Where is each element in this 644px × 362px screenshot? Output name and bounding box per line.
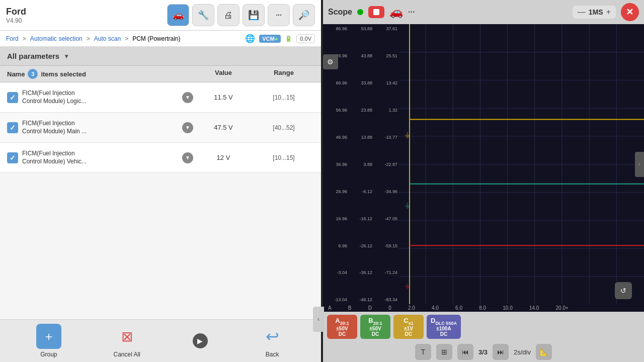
header-name-label: Name xyxy=(7,70,25,78)
ch-c-label: Cx1 xyxy=(404,317,413,326)
scope-mid-axis: 53.88 43.88 33.88 23.88 13.88 3.88 -6.12… xyxy=(348,24,373,304)
scope-time-control: — 1MS + xyxy=(573,6,616,19)
collapse-panel-btn[interactable]: ‹ xyxy=(313,307,324,332)
playback-bar: T ⊞ ⏮ 3/3 ⏭ 2s/div 📐 xyxy=(323,342,644,362)
bottom-bar: ＋ Group ⊠ Cancel All ▶ ↩ Back xyxy=(0,319,321,362)
header-range: Range xyxy=(254,69,314,79)
row-name-3: ✓ FICM(Fuel InjectionControl Module) Veh… xyxy=(7,150,193,165)
save-icon-btn[interactable]: 💾 xyxy=(243,4,265,26)
channel-b-btn[interactable]: B20:1 ±50V DC xyxy=(360,315,390,339)
skip-back-btn[interactable]: ⏮ xyxy=(457,344,473,360)
ch-c-range: ±1V xyxy=(404,326,413,331)
row-text-3: FICM(Fuel InjectionControl Module) Vehic… xyxy=(22,150,178,165)
row-range-2: [40...52] xyxy=(254,124,314,131)
collapse-right-icon: › xyxy=(638,161,640,167)
row-value-3: 12 V xyxy=(193,154,254,161)
channel-bar: A20:1 ±50V DC B20:1 ±50V DC Cx1 ±1V DC D… xyxy=(323,312,644,342)
expand-btn-3[interactable]: ▼ xyxy=(182,152,193,163)
skip-back-icon: ⏮ xyxy=(462,348,469,356)
checkbox-1[interactable]: ✓ xyxy=(7,92,18,103)
cancel-all-button[interactable]: ⊠ Cancel All xyxy=(113,324,140,358)
header-value: Value xyxy=(193,69,254,79)
time-plus-btn[interactable]: + xyxy=(606,8,611,17)
table-header: Name 3 items selected Value Range xyxy=(0,66,321,82)
record-icon xyxy=(373,9,379,15)
ch-b-range: ±50V xyxy=(369,326,381,331)
table-row: ✓ FICM(Fuel InjectionControl Module) Mai… xyxy=(0,113,321,143)
checkbox-3[interactable]: ✓ xyxy=(7,152,18,163)
scope-reset-btn[interactable]: ↺ xyxy=(615,282,632,299)
selected-count-badge: 3 xyxy=(28,69,38,79)
skip-fwd-icon: ⏭ xyxy=(497,348,504,356)
voltage-badge: 0.0V xyxy=(296,34,315,43)
top-icons: 🚗 🔧 🖨 💾 ··· 🔎 xyxy=(167,4,315,26)
scope-chart-area: ⚙ 86.96 76.96 66.96 56.96 46.96 36.96 26… xyxy=(323,24,644,304)
ford-version: V4.90 xyxy=(6,17,26,24)
expand-btn-1[interactable]: ▼ xyxy=(182,92,193,103)
back-icon: ↩ xyxy=(260,324,285,349)
group-label: Group xyxy=(40,351,57,358)
row-name-2: ✓ FICM(Fuel InjectionControl Module) Mai… xyxy=(7,120,193,135)
car-icon-btn[interactable]: 🚗 xyxy=(167,4,189,26)
close-button[interactable]: ✕ xyxy=(621,3,639,21)
selected-text: items selected xyxy=(41,70,86,78)
row-range-1: [10...15] xyxy=(254,94,314,101)
print-icon-btn[interactable]: 🖨 xyxy=(217,4,239,26)
svg-text:⏚: ⏚ xyxy=(405,281,410,290)
breadcrumb-autoscan[interactable]: Auto scan xyxy=(94,35,121,42)
svg-text:⏚: ⏚ xyxy=(405,130,410,139)
group-button[interactable]: ＋ Group xyxy=(36,324,61,358)
breadcrumb-ford[interactable]: Ford xyxy=(6,35,19,42)
breadcrumb-status: 🌐 VCM● 🔋 0.0V xyxy=(245,34,315,43)
row-value-1: 11.5 V xyxy=(193,94,254,101)
filter-bar[interactable]: All parameters ▼ xyxy=(0,47,321,66)
measure-btn[interactable]: ⊞ xyxy=(436,344,452,360)
vcm-badge: VCM● xyxy=(259,35,281,43)
record-button[interactable] xyxy=(368,6,384,18)
channel-c-btn[interactable]: Cx1 ±1V DC xyxy=(393,315,424,339)
row-range-3: [10...15] xyxy=(254,154,314,161)
channel-a-btn[interactable]: A20:1 ±50V DC xyxy=(327,315,357,339)
ch-d-label: DDLC 550A xyxy=(431,317,457,326)
more-icon-btn[interactable]: ··· xyxy=(268,4,290,26)
trace-btn[interactable]: T xyxy=(415,344,431,360)
ch-c-mode: DC xyxy=(405,331,412,337)
ruler-btn[interactable]: 📐 xyxy=(536,344,552,360)
filter-label: All parameters xyxy=(7,52,59,60)
back-button[interactable]: ↩ Back xyxy=(260,324,285,358)
time-minus-btn[interactable]: — xyxy=(578,8,586,17)
svg-text:⏚: ⏚ xyxy=(405,201,410,209)
checkbox-2[interactable]: ✓ xyxy=(7,122,18,133)
scope-more-icon[interactable]: ··· xyxy=(408,8,415,17)
left-panel: Ford V4.90 🚗 🔧 🖨 💾 ··· 🔎 Ford > Automati… xyxy=(0,0,321,362)
scope-collapse-right-btn[interactable]: › xyxy=(635,152,644,177)
car-icon: 🚗 xyxy=(389,6,403,19)
scope-top-bar: Scope 🚗 ··· — 1MS + ✕ xyxy=(323,0,644,24)
breadcrumb-autoselect[interactable]: Automatic selection xyxy=(30,35,83,42)
cancel-all-icon: ⊠ xyxy=(114,324,139,349)
breadcrumb: Ford > Automatic selection > Auto scan >… xyxy=(0,31,321,47)
skip-fwd-btn[interactable]: ⏭ xyxy=(493,344,509,360)
group-icon: ＋ xyxy=(36,324,61,349)
cancel-all-label: Cancel All xyxy=(113,351,140,358)
breadcrumb-pcm: PCM (Powertrain) xyxy=(132,35,180,42)
trace-icon: T xyxy=(421,348,426,356)
ch-a-range: ±50V xyxy=(336,326,348,331)
ford-name: Ford xyxy=(6,7,26,17)
reset-icon: ↺ xyxy=(620,287,626,295)
measure-icon: ⊞ xyxy=(441,348,447,356)
table-body: ✓ FICM(Fuel InjectionControl Module) Log… xyxy=(0,82,321,319)
scope-title: Scope xyxy=(328,8,352,17)
play-button[interactable]: ▶ xyxy=(193,333,208,348)
ch-b-label: B20:1 xyxy=(368,317,382,326)
search-icon-btn[interactable]: 🔎 xyxy=(293,4,315,26)
scope-settings-btn[interactable]: ⚙ xyxy=(323,54,338,69)
header-name: Name 3 items selected xyxy=(7,69,193,79)
time-scale-label: 1MS xyxy=(589,8,603,16)
channel-d-btn[interactable]: DDLC 550A ±100A DC xyxy=(427,315,461,339)
row-name-1: ✓ FICM(Fuel InjectionControl Module) Log… xyxy=(7,89,193,105)
ruler-icon: 📐 xyxy=(540,348,548,356)
scan-icon-btn[interactable]: 🔧 xyxy=(192,4,214,26)
table-row: ✓ FICM(Fuel InjectionControl Module) Log… xyxy=(0,82,321,113)
expand-btn-2[interactable]: ▼ xyxy=(182,122,193,133)
